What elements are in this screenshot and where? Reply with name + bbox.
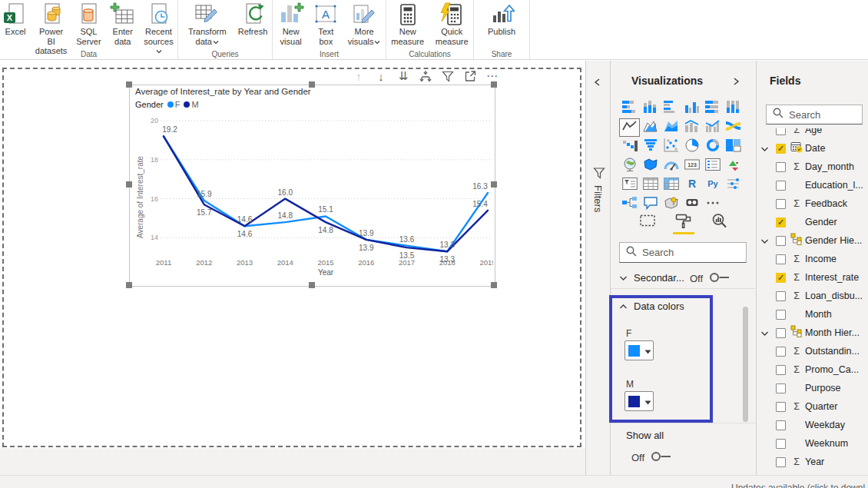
hundred-stacked-column-chart-visual-button[interactable] — [723, 99, 744, 118]
expand-all-down-icon[interactable] — [419, 69, 432, 83]
field-row-weeknum[interactable]: Weeknum — [757, 434, 868, 453]
field-row-month-hier[interactable]: Month Hier... — [757, 324, 868, 342]
field-checkbox[interactable] — [776, 328, 786, 338]
field-row-gender-hie[interactable]: Gender Hie... — [757, 231, 868, 250]
waterfall-chart-visual-button[interactable] — [619, 138, 640, 156]
publish-button[interactable]: Publish — [485, 2, 518, 37]
field-row-quarter[interactable]: ΣQuarter — [757, 397, 868, 416]
chevron-down-icon[interactable] — [760, 141, 770, 155]
drill-up-icon[interactable]: ↑ — [352, 69, 366, 83]
r-script-visual-visual-button[interactable]: R — [681, 176, 702, 194]
filter-icon[interactable] — [441, 69, 455, 83]
gauge-visual-button[interactable] — [661, 157, 681, 175]
visual-resize-handle[interactable] — [309, 282, 315, 288]
clustered-column-chart-visual-button[interactable] — [681, 99, 702, 118]
more-visual-options-visual-button[interactable] — [702, 195, 723, 214]
area-chart-visual-button[interactable] — [640, 118, 661, 137]
field-row-education-l[interactable]: Education_l... — [757, 176, 868, 194]
field-row-outstandin[interactable]: ΣOutstandin... — [757, 342, 868, 360]
field-checkbox[interactable] — [776, 457, 786, 467]
sql-server-button[interactable]: SQL Server — [71, 2, 105, 56]
field-checkbox[interactable] — [776, 347, 786, 357]
line-chart-visual-button[interactable] — [619, 118, 640, 137]
field-row-income[interactable]: ΣIncome — [757, 250, 868, 268]
field-checkbox[interactable] — [776, 291, 786, 301]
field-checkbox[interactable] — [776, 439, 786, 449]
chevron-down-icon[interactable] — [760, 234, 770, 247]
scatter-chart-visual-button[interactable] — [661, 138, 681, 156]
excel-button[interactable]: XExcel — [0, 2, 31, 56]
decomposition-tree-visual-button[interactable] — [619, 195, 640, 214]
python-visual-visual-button[interactable]: Py — [702, 176, 723, 194]
field-checkbox[interactable] — [776, 254, 786, 264]
show-all-toggle[interactable]: Off — [631, 451, 672, 464]
field-row-month[interactable]: Month — [757, 305, 868, 324]
line-stacked-column-chart-visual-button[interactable] — [681, 118, 702, 137]
stacked-bar-chart-visual-button[interactable] — [619, 99, 640, 118]
secondary-section-header[interactable]: Secondar... — [619, 272, 684, 284]
field-checkbox[interactable] — [776, 199, 786, 209]
field-row-age[interactable]: ΣAge — [757, 128, 868, 139]
multi-row-card-visual-button[interactable] — [702, 157, 723, 175]
field-checkbox[interactable] — [776, 162, 786, 172]
card-visual-button[interactable]: 123 — [681, 157, 702, 175]
chevron-down-icon[interactable] — [760, 326, 770, 340]
filled-map-visual-button[interactable] — [640, 157, 661, 175]
legend-item-f[interactable]: F — [167, 100, 181, 109]
field-checkbox[interactable] — [776, 420, 786, 430]
field-checkbox[interactable] — [776, 310, 786, 320]
line-clustered-column-chart-visual-button[interactable] — [702, 118, 723, 137]
arcgis-map-visual-button[interactable] — [661, 195, 681, 214]
format-search-box[interactable]: Search — [619, 242, 747, 263]
clustered-bar-chart-visual-button[interactable] — [661, 99, 681, 118]
tab-analytics[interactable] — [708, 213, 731, 231]
matrix-visual-button[interactable] — [661, 176, 681, 194]
new-measure-button[interactable]: New measure — [386, 2, 429, 46]
tab-fields[interactable] — [636, 213, 659, 231]
key-influencers-visual-button[interactable] — [723, 176, 744, 194]
expand-filters-chevron-left-icon[interactable] — [594, 76, 601, 90]
visual-resize-handle[interactable] — [126, 181, 132, 188]
text-box-button[interactable]: AText box — [310, 2, 341, 46]
field-row-date[interactable]: ✓Date — [757, 139, 868, 158]
transform-data-button[interactable]: Transform data — [181, 2, 234, 46]
field-checkbox[interactable] — [776, 402, 786, 412]
stacked-area-chart-visual-button[interactable] — [661, 118, 681, 137]
enter-data-button[interactable]: Enter data — [108, 2, 138, 56]
focus-mode-icon[interactable] — [463, 69, 477, 83]
new-visual-button[interactable]: New visual — [273, 2, 309, 46]
field-row-loan-disbu[interactable]: ΣLoan_disbu... — [757, 287, 868, 305]
field-row-purpose[interactable]: Purpose — [757, 379, 868, 397]
data-color-f-dropdown[interactable] — [624, 340, 654, 360]
collapse-visualizations-chevron-right-icon[interactable] — [732, 75, 740, 89]
map-visual-button[interactable] — [619, 157, 640, 175]
power-bi-datasets-button[interactable]: Power BI datasets — [32, 2, 70, 56]
kpi-visual-button[interactable]: ▾ — [723, 157, 744, 175]
field-row-feedback[interactable]: ΣFeedback — [757, 194, 868, 213]
visual-resize-handle[interactable] — [309, 81, 315, 88]
field-checkbox[interactable]: ✓ — [776, 144, 786, 154]
visual-resize-handle[interactable] — [126, 81, 132, 88]
field-row-day-month[interactable]: ΣDay_month — [757, 158, 868, 176]
donut-chart-visual-button[interactable] — [702, 138, 723, 156]
drill-down-icon[interactable]: ↓ — [374, 69, 388, 83]
paginated-report-visual-button[interactable] — [681, 195, 702, 214]
field-row-weekday[interactable]: Weekday — [757, 416, 868, 434]
field-checkbox[interactable] — [776, 236, 786, 246]
funnel-chart-visual-button[interactable] — [640, 138, 661, 156]
visual-resize-handle[interactable] — [126, 282, 132, 288]
hundred-stacked-bar-chart-visual-button[interactable] — [702, 99, 723, 118]
ribbon-chart-visual-button[interactable] — [723, 118, 744, 137]
line-chart-visual[interactable]: Average of Interest_rate by Year and Gen… — [129, 85, 495, 287]
field-checkbox[interactable] — [776, 383, 786, 393]
visual-resize-handle[interactable] — [491, 81, 497, 88]
quick-measure-button[interactable]: Quick measure — [431, 2, 474, 46]
visual-resize-handle[interactable] — [491, 282, 497, 288]
treemap-visual-button[interactable] — [723, 138, 744, 156]
visual-resize-handle[interactable] — [491, 181, 497, 188]
field-checkbox[interactable] — [776, 128, 786, 135]
slicer-visual-button[interactable] — [619, 176, 640, 194]
pie-chart-visual-button[interactable] — [681, 138, 702, 156]
more-visuals-button[interactable]: More visuals — [343, 2, 386, 46]
table-visual-button[interactable] — [640, 176, 661, 194]
